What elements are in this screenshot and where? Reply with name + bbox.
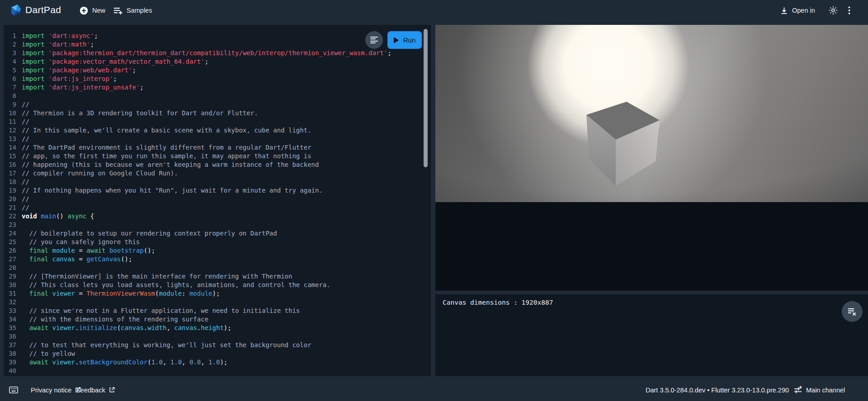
kebab-menu-icon — [848, 6, 850, 14]
brightness-icon — [829, 6, 838, 15]
playlist-add-icon — [113, 6, 123, 14]
line-number: 34 — [4, 315, 22, 324]
code-line[interactable]: 3import 'package:thermion_dart/thermion_… — [4, 49, 431, 57]
code-line[interactable]: 30 // This class lets you load assets, l… — [4, 281, 431, 289]
code-line[interactable]: 19// If nothing happens when you hit "Ru… — [4, 186, 431, 195]
code-line[interactable]: 8 — [4, 92, 431, 100]
code-line[interactable]: 23 — [4, 221, 431, 229]
code-line[interactable]: 11// — [4, 118, 431, 126]
code-line[interactable]: 33 // since we're not in a Flutter appli… — [4, 307, 431, 315]
line-number: 5 — [4, 66, 22, 75]
line-number: 22 — [4, 212, 22, 221]
code-line[interactable]: 40 — [4, 367, 431, 375]
play-icon — [394, 37, 399, 43]
privacy-notice-label: Privacy notice — [31, 387, 71, 394]
overflow-menu-button[interactable] — [848, 0, 850, 21]
line-number: 7 — [4, 83, 22, 92]
code-line[interactable]: 25 // you can safely ignore this — [4, 238, 431, 246]
open-in-label: Open in — [792, 7, 815, 14]
rendered-cube — [582, 99, 661, 190]
line-number: 19 — [4, 186, 22, 195]
format-button[interactable] — [365, 31, 383, 49]
tune-icon — [794, 386, 802, 394]
line-number: 21 — [4, 203, 22, 212]
code-line[interactable]: 17// compiler running on Google Cloud Ru… — [4, 169, 431, 178]
code-line[interactable]: 20// — [4, 195, 431, 203]
code-line[interactable]: 21// — [4, 203, 431, 212]
code-line[interactable]: 7import 'dart:js_interop_unsafe'; — [4, 83, 431, 92]
code-line[interactable]: 39 await viewer.setBackgroundColor(1.0, … — [4, 358, 431, 367]
code-line[interactable]: 13// — [4, 135, 431, 143]
app-header: DartPad New Samples — [0, 0, 868, 21]
line-number: 20 — [4, 195, 22, 203]
code-line[interactable]: 38 // to yellow — [4, 349, 431, 358]
line-number: 26 — [4, 246, 22, 255]
download-icon — [780, 7, 788, 14]
run-button[interactable]: Run — [387, 31, 422, 49]
line-number: 1 — [4, 32, 22, 40]
channel-selector-button[interactable]: Main channel — [794, 379, 845, 401]
code-line[interactable]: 18// — [4, 178, 431, 186]
line-number: 23 — [4, 221, 22, 229]
code-line[interactable]: 27 final canvas = getCanvas(); — [4, 255, 431, 264]
code-line[interactable]: 4import 'package:vector_math/vector_math… — [4, 57, 431, 66]
line-number: 39 — [4, 358, 22, 367]
code-line[interactable]: 14// The DartPad environment is slightly… — [4, 143, 431, 152]
clear-console-icon — [847, 307, 857, 316]
line-number: 24 — [4, 229, 22, 238]
code-line[interactable]: 31 final viewer = ThermionViewerWasm(mod… — [4, 289, 431, 298]
code-lines: 1import 'dart:async';2import 'dart:math'… — [4, 32, 431, 375]
format-align-icon — [370, 35, 378, 44]
code-line[interactable]: 9// — [4, 100, 431, 109]
code-line[interactable]: 22void main() async { — [4, 212, 431, 221]
code-line[interactable]: 29 // [ThermionViewer] is the main inter… — [4, 272, 431, 281]
add-circle-icon — [80, 6, 88, 15]
code-line[interactable]: 24 // boilerplate to setup our rendering… — [4, 229, 431, 238]
theme-brightness-button[interactable] — [829, 0, 838, 21]
channel-label: Main channel — [806, 387, 845, 394]
code-line[interactable]: 32 — [4, 298, 431, 307]
line-number: 40 — [4, 367, 22, 375]
code-line[interactable]: 16// happening (this is because we aren'… — [4, 160, 431, 169]
code-editor-panel[interactable]: 1import 'dart:async';2import 'dart:math'… — [4, 25, 431, 376]
line-number: 37 — [4, 341, 22, 349]
feedback-link[interactable]: Feedback — [76, 379, 115, 401]
line-number: 25 — [4, 238, 22, 246]
line-number: 33 — [4, 307, 22, 315]
console-output: Canvas dimensions : 868x401 — [443, 298, 553, 307]
code-line[interactable]: 10// Thermion is a 3D rendering toolkit … — [4, 109, 431, 118]
line-number: 4 — [4, 57, 22, 66]
code-line[interactable]: 28 — [4, 264, 431, 272]
line-number: 14 — [4, 143, 22, 152]
code-line[interactable]: 26 final module = await bootstrap(); — [4, 246, 431, 255]
line-number: 27 — [4, 255, 22, 264]
dart-logo-icon — [10, 4, 22, 17]
feedback-label: Feedback — [76, 387, 105, 394]
line-number: 15 — [4, 152, 22, 160]
samples-button[interactable]: Samples — [113, 0, 152, 21]
code-line[interactable]: 6import 'dart:js_interop'; — [4, 75, 431, 83]
line-number: 10 — [4, 109, 22, 118]
code-line[interactable]: 5import 'package:web/web.dart'; — [4, 66, 431, 75]
line-number: 29 — [4, 272, 22, 281]
console-panel: Canvas dimensions : 868x401 — [435, 294, 868, 376]
code-line[interactable]: 37 // to test that everything is working… — [4, 341, 431, 349]
line-number: 31 — [4, 289, 22, 298]
code-line[interactable]: 34 // with the dimensions of the renderi… — [4, 315, 431, 324]
code-line[interactable]: 35 await viewer.initialize(canvas.width,… — [4, 324, 431, 332]
status-bar: Privacy notice Feedback Dart 3.5.0-284.0… — [0, 379, 868, 401]
line-number: 13 — [4, 135, 22, 143]
code-line[interactable]: 12// In this sample, we'll create a basi… — [4, 126, 431, 135]
editor-scrollbar[interactable] — [424, 29, 428, 167]
render-output-panel — [435, 25, 868, 291]
open-in-button[interactable]: Open in — [780, 0, 815, 21]
new-button[interactable]: New — [80, 0, 105, 21]
code-line[interactable]: 15// app, so the first time you run this… — [4, 152, 431, 160]
keyboard-icon — [9, 387, 18, 393]
clear-console-button[interactable] — [842, 301, 863, 322]
keyboard-shortcuts-button[interactable] — [9, 379, 18, 401]
line-number: 9 — [4, 100, 22, 109]
privacy-notice-link[interactable]: Privacy notice — [31, 379, 81, 401]
code-line[interactable]: 36 — [4, 332, 431, 341]
dartpad-app: DartPad New Samples — [0, 0, 868, 401]
